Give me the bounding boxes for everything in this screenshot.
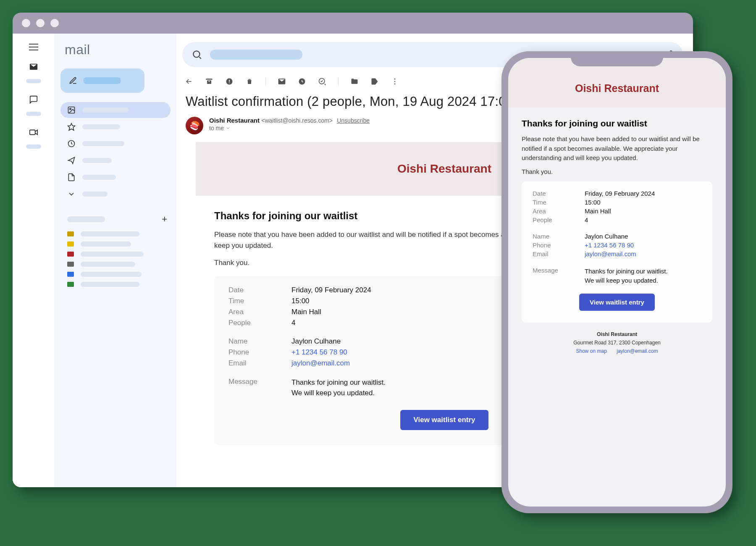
chevron-down-icon[interactable]	[226, 126, 231, 131]
phone-notch	[571, 51, 663, 66]
label-placeholder	[81, 231, 139, 236]
move-button[interactable]	[350, 77, 359, 86]
svg-rect-0	[30, 130, 35, 135]
value-people: 4	[585, 216, 588, 223]
value-email[interactable]: jaylon@email.com	[585, 250, 636, 257]
value-time: 15:00	[585, 199, 601, 206]
label-item[interactable]	[60, 279, 171, 289]
menu-icon[interactable]	[29, 44, 38, 50]
svg-marker-3	[68, 123, 75, 131]
clock-icon	[67, 139, 76, 148]
label-name: Name	[228, 337, 275, 346]
window-max-dot[interactable]	[50, 19, 59, 27]
email-heading: Thanks for joining our waitlist	[522, 118, 712, 129]
window-close-dot[interactable]	[22, 19, 30, 27]
compose-label-placeholder	[83, 77, 121, 84]
label-item[interactable]	[60, 259, 171, 269]
email-thankyou: Thank you.	[522, 167, 712, 177]
mark-unread-button[interactable]	[278, 77, 286, 86]
sidebar-item-sent[interactable]	[60, 152, 171, 168]
value-name: Jaylon Culhane	[585, 233, 628, 240]
value-name: Jaylon Culhane	[291, 337, 341, 346]
label-button[interactable]	[370, 77, 379, 86]
label-time: Time	[533, 199, 572, 206]
rail-placeholder	[26, 112, 41, 116]
label-placeholder	[81, 242, 131, 247]
compose-button[interactable]	[60, 68, 144, 93]
delete-button[interactable]	[245, 77, 254, 86]
label-color-icon	[67, 231, 74, 236]
to-me-text: to me	[209, 125, 224, 131]
search-placeholder	[210, 50, 302, 60]
value-phone[interactable]: +1 1234 56 78 90	[585, 242, 634, 249]
phone-mockup: Oishi Restaurant Thanks for joining our …	[501, 51, 732, 513]
sidebar-item-starred[interactable]	[60, 119, 171, 135]
sidebar-label-placeholder	[82, 158, 112, 163]
value-message: Thanks for joining our waitlist.We will …	[585, 267, 668, 285]
value-date: Friday, 09 February 2024	[291, 286, 371, 294]
view-waitlist-button[interactable]: View waitlist entry	[579, 294, 655, 311]
spam-button[interactable]	[225, 77, 234, 86]
sidebar-item-snoozed[interactable]	[60, 136, 171, 152]
label-color-icon	[67, 242, 74, 247]
chat-icon[interactable]	[29, 95, 38, 106]
label-area: Area	[533, 207, 572, 215]
mail-icon[interactable]	[29, 62, 38, 73]
value-phone[interactable]: +1 1234 56 78 90	[291, 348, 347, 357]
labels-section-header: +	[60, 214, 171, 229]
label-date: Date	[533, 190, 572, 197]
label-item[interactable]	[60, 249, 171, 259]
label-color-icon	[67, 282, 74, 287]
label-placeholder	[81, 272, 142, 277]
value-date: Friday, 09 February 2024	[585, 190, 655, 197]
label-color-icon	[67, 272, 74, 277]
view-waitlist-button[interactable]: View waitlist entry	[400, 410, 488, 430]
send-icon	[67, 156, 76, 165]
video-icon[interactable]	[29, 128, 38, 139]
sender-address: <waitlist@oishi.resos.com>	[261, 117, 333, 124]
label-item[interactable]	[60, 269, 171, 279]
footer-email-link[interactable]: jaylon@email.com	[617, 348, 658, 354]
app-logo: mail	[60, 42, 171, 58]
label-item[interactable]	[60, 239, 171, 249]
label-area: Area	[228, 308, 275, 316]
image-icon	[67, 106, 76, 114]
snooze-button[interactable]	[298, 77, 306, 86]
sender-name: Oishi Restaurant	[209, 117, 260, 124]
label-placeholder	[81, 252, 144, 257]
archive-button[interactable]	[205, 77, 213, 86]
label-phone: Phone	[533, 242, 572, 249]
value-message: Thanks for joining our waitlist.We will …	[291, 378, 386, 398]
sidebar: mail	[55, 34, 176, 487]
star-icon	[67, 123, 76, 131]
rail-placeholder	[26, 144, 41, 149]
details-card: DateFriday, 09 February 2024 Time15:00 A…	[522, 181, 712, 323]
label-date: Date	[228, 286, 275, 294]
label-color-icon	[67, 262, 74, 267]
value-people: 4	[291, 319, 295, 327]
file-icon	[67, 173, 76, 181]
back-button[interactable]	[185, 77, 193, 86]
sidebar-item-more[interactable]	[60, 186, 171, 202]
label-item[interactable]	[60, 229, 171, 239]
svg-rect-11	[229, 80, 230, 82]
more-button[interactable]	[391, 77, 399, 86]
task-button[interactable]	[318, 77, 326, 86]
restaurant-name: Oishi Restaurant	[575, 82, 659, 94]
sidebar-label-placeholder	[82, 124, 120, 129]
svg-point-2	[70, 108, 71, 110]
show-on-map-link[interactable]: Show on map	[576, 348, 607, 354]
value-email[interactable]: jaylon@email.com	[291, 359, 350, 368]
sidebar-label-placeholder	[82, 108, 129, 113]
label-name: Name	[533, 233, 572, 240]
sidebar-item-drafts[interactable]	[60, 169, 171, 185]
labels-header-placeholder	[67, 216, 105, 222]
unsubscribe-link[interactable]: Unsubscribe	[337, 117, 370, 124]
sidebar-item-inbox[interactable]	[60, 102, 171, 118]
label-color-icon	[67, 252, 74, 257]
footer-address: Gourmet Road 317, 2300 Copenhagen	[522, 339, 712, 347]
value-area: Main Hall	[291, 308, 321, 316]
pencil-icon	[69, 76, 77, 85]
window-min-dot[interactable]	[36, 19, 45, 27]
add-label-button[interactable]: +	[162, 214, 167, 225]
